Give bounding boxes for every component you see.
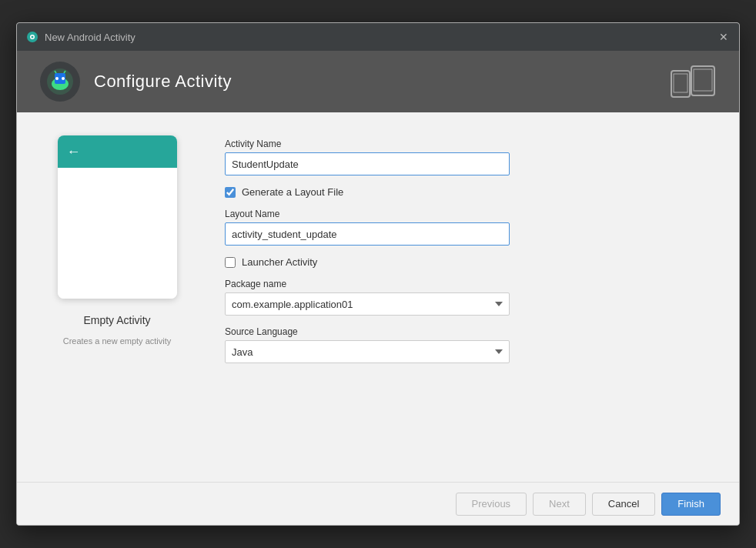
svg-rect-11 — [674, 74, 687, 92]
source-language-label: Source Language — [225, 326, 716, 337]
launcher-activity-row: Launcher Activity — [225, 256, 716, 268]
finish-button[interactable]: Finish — [661, 493, 721, 516]
activity-description: Creates a new empty activity — [63, 336, 172, 347]
title-bar: New Android Activity ✕ — [17, 23, 739, 51]
android-studio-logo — [45, 67, 75, 96]
form-area: Activity Name Generate a Layout File Lay… — [225, 135, 716, 466]
phone-toolbar: ← — [58, 135, 177, 168]
generate-layout-row: Generate a Layout File — [225, 186, 716, 198]
device-icons — [670, 65, 716, 99]
svg-rect-13 — [694, 69, 712, 91]
title-bar-left: New Android Activity — [26, 31, 135, 43]
source-language-select[interactable]: Java Kotlin — [225, 340, 510, 363]
dialog-body: ← Empty Activity Creates a new empty act… — [17, 112, 739, 482]
window-title: New Android Activity — [45, 32, 135, 43]
svg-point-7 — [62, 77, 65, 80]
package-name-select[interactable]: com.example.application01 — [225, 292, 510, 316]
svg-point-6 — [55, 77, 59, 80]
launcher-activity-label[interactable]: Launcher Activity — [242, 256, 317, 268]
header-left: Configure Activity — [40, 62, 232, 102]
dialog-title: Configure Activity — [94, 72, 232, 92]
activity-name-group: Activity Name — [225, 139, 716, 175]
phone-preview: ← — [58, 135, 177, 299]
dialog: New Android Activity ✕ — [16, 22, 740, 526]
svg-rect-10 — [671, 71, 690, 97]
activity-type-label: Empty Activity — [83, 314, 150, 326]
layout-name-input[interactable] — [225, 222, 510, 246]
package-name-label: Package name — [225, 279, 716, 289]
android-studio-icon — [26, 31, 38, 43]
launcher-activity-checkbox[interactable] — [225, 257, 236, 268]
close-button[interactable]: ✕ — [718, 31, 730, 43]
back-arrow-icon: ← — [67, 144, 81, 160]
phone-content — [58, 168, 177, 299]
dialog-header: Configure Activity — [17, 51, 739, 112]
dialog-overlay: New Android Activity ✕ — [0, 0, 756, 548]
dialog-footer: Previous Next Cancel Finish — [17, 482, 739, 525]
svg-point-2 — [32, 36, 34, 38]
generate-layout-label[interactable]: Generate a Layout File — [242, 186, 343, 198]
source-language-group: Source Language Java Kotlin — [225, 326, 716, 363]
next-button[interactable]: Next — [533, 493, 586, 516]
previous-button[interactable]: Previous — [456, 493, 527, 516]
package-name-group: Package name com.example.application01 — [225, 279, 716, 316]
activity-name-label: Activity Name — [225, 139, 716, 149]
layout-name-group: Layout Name — [225, 209, 716, 246]
generate-layout-checkbox[interactable] — [225, 187, 236, 198]
preview-area: ← Empty Activity Creates a new empty act… — [40, 135, 194, 466]
layout-name-label: Layout Name — [225, 209, 716, 219]
header-logo — [40, 62, 80, 102]
header-device-icons — [670, 65, 716, 99]
activity-name-input[interactable] — [225, 152, 510, 175]
cancel-button[interactable]: Cancel — [592, 493, 655, 516]
